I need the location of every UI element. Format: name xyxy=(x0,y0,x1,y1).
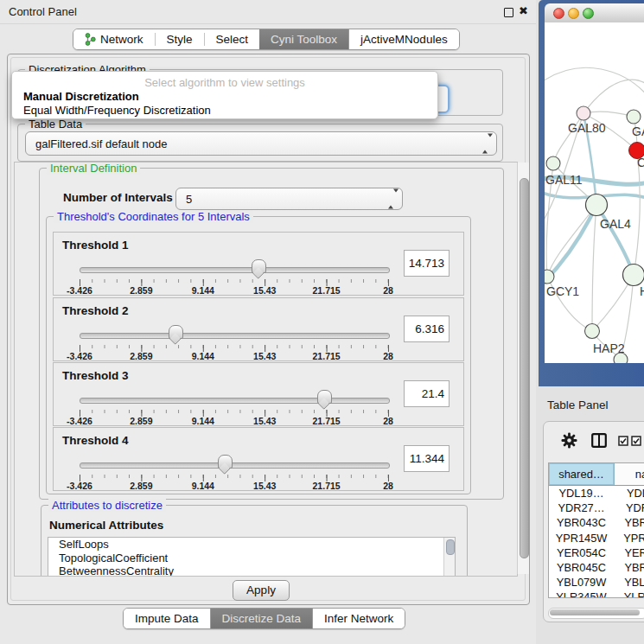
control-panel-tabs: Network Style Select Cyni Toolbox jActiv… xyxy=(73,29,460,50)
settings-scroll-area: Interval Definition Number of Intervals … xyxy=(14,162,518,577)
slider-track[interactable] xyxy=(80,398,390,404)
node-gal80[interactable] xyxy=(577,106,590,120)
threshold-value-field[interactable]: 6.316 xyxy=(404,316,450,342)
group-title: Attributes to discretize xyxy=(48,499,166,512)
spinner-arrows-icon xyxy=(388,193,394,206)
column-header-shared-name[interactable]: shared… xyxy=(549,463,615,485)
scrollbar-thumb[interactable] xyxy=(550,609,640,615)
mac-minimize-button[interactable] xyxy=(568,8,579,19)
network-view-window: GAL80 GA GAL11 C GAL4 GCY1 H HAP2 xyxy=(539,0,644,386)
node-hap2[interactable] xyxy=(585,324,600,339)
tab-impute-data[interactable]: Impute Data xyxy=(124,609,210,628)
slider-scale-labels: -3.4262.8599.14415.4321.71528 xyxy=(80,416,388,426)
split-columns-icon[interactable] xyxy=(591,433,607,448)
num-intervals-label: Number of Intervals xyxy=(63,191,173,204)
group-title: Threshold's Coordinates for 5 Intervals xyxy=(54,210,253,223)
slider-handle[interactable] xyxy=(317,390,332,404)
slider-handle[interactable] xyxy=(252,259,266,273)
table-header-row: shared… name xyxy=(549,463,644,486)
screen: Control Panel ✖ Network Style Select Cyn… xyxy=(0,0,644,644)
table-row[interactable]: YPR145WYPR145W xyxy=(549,531,644,545)
table-row[interactable]: YER054CYER054C xyxy=(549,545,644,560)
threshold-value-field[interactable]: 21.4 xyxy=(404,380,450,407)
table-data-combo[interactable]: galFiltered.sif default node xyxy=(25,131,497,156)
tab-infer-network[interactable]: Infer Network xyxy=(313,609,405,628)
threshold-label: Threshold 2 xyxy=(62,304,129,317)
numerical-attributes-list: SelfLoops TopologicalCoefficient Between… xyxy=(48,537,456,577)
threshold-4-slider[interactable]: -3.4262.8599.14415.4321.71528 xyxy=(80,454,388,488)
threshold-1-slider[interactable]: -3.4262.8599.14415.4321.71528 xyxy=(80,258,388,293)
table-row[interactable]: YBR043CYBR043C xyxy=(549,515,644,530)
gear-icon[interactable] xyxy=(561,432,577,449)
checkbox-checked-icon[interactable] xyxy=(631,436,641,446)
tab-network[interactable]: Network xyxy=(73,29,155,49)
tab-jactivemnodules[interactable]: jActiveMNodules xyxy=(349,29,459,49)
node-clipped-top-right[interactable] xyxy=(627,110,641,124)
threshold-1-panel: Threshold 1 -3.4262.8599.14415.4321.7152… xyxy=(53,232,464,296)
list-item[interactable]: TopologicalCoefficient xyxy=(48,552,455,565)
threshold-2-panel: Threshold 2 -3.4262.8599.14415.4321.7152… xyxy=(53,297,464,361)
threshold-4-panel: Threshold 4 -3.4262.8599.14415.4321.7152… xyxy=(53,427,464,491)
network-canvas[interactable]: GAL80 GA GAL11 C GAL4 GCY1 H HAP2 xyxy=(545,22,644,363)
table-toolbar xyxy=(544,432,644,453)
node-label: GCY1 xyxy=(546,284,579,298)
tab-discretize-data[interactable]: Discretize Data xyxy=(211,609,313,628)
table-panel-title: Table Panel xyxy=(547,399,609,411)
spinner-arrows-icon xyxy=(482,137,488,150)
threshold-label: Threshold 4 xyxy=(62,434,129,447)
control-panel-titlebar: Control Panel ✖ xyxy=(0,0,536,24)
node-label: HAP2 xyxy=(593,341,625,355)
main-scrollbar[interactable] xyxy=(517,163,529,574)
node-label: H xyxy=(640,284,644,298)
threshold-label: Threshold 1 xyxy=(62,239,129,252)
slider-track[interactable] xyxy=(80,462,390,469)
mac-zoom-button[interactable] xyxy=(583,8,594,19)
threshold-3-slider[interactable]: -3.4262.8599.14415.4321.71528 xyxy=(80,389,388,424)
table-row[interactable]: YLR345WYLR345W xyxy=(549,590,644,598)
node-gcy1[interactable] xyxy=(545,270,554,284)
close-icon[interactable]: ✖ xyxy=(519,4,528,17)
dropdown-option-equal-width[interactable]: Equal Width/Frequency Discretization xyxy=(23,104,211,117)
apply-button[interactable]: Apply xyxy=(233,580,290,601)
slider-scale-labels: -3.4262.8599.14415.4321.71528 xyxy=(80,285,388,296)
group-title: Interval Definition xyxy=(47,162,140,175)
mac-close-button[interactable] xyxy=(553,8,564,19)
slider-track[interactable] xyxy=(80,333,390,339)
slider-track[interactable] xyxy=(80,267,390,273)
threshold-value-field[interactable]: 11.344 xyxy=(404,445,450,472)
table-row[interactable]: YBR045CYBR045C xyxy=(549,560,644,575)
list-item[interactable]: BetweennessCentrality xyxy=(48,564,455,577)
table-row[interactable]: YBL079WYBL079W xyxy=(549,575,644,590)
threshold-label: Threshold 3 xyxy=(62,369,129,382)
node-label: GAL80 xyxy=(568,121,606,135)
threshold-2-slider[interactable]: -3.4262.8599.14415.4321.71528 xyxy=(80,324,388,359)
column-header-name[interactable]: name xyxy=(615,463,644,485)
tab-cyni-toolbox[interactable]: Cyni Toolbox xyxy=(259,29,348,49)
list-item[interactable]: SelfLoops xyxy=(48,538,455,552)
table-panel: shared… name YDL19…YDL19… YDR27…YDR27… Y… xyxy=(543,421,644,622)
num-intervals-combo[interactable]: 5 xyxy=(175,188,403,210)
tab-select[interactable]: Select xyxy=(205,29,260,49)
float-window-icon[interactable] xyxy=(504,8,513,17)
node-gal4[interactable] xyxy=(586,194,608,216)
node-attribute-table: shared… name YDL19…YDL19… YDR27…YDR27… Y… xyxy=(548,462,644,598)
group-title: Table Data xyxy=(25,118,86,131)
table-horizontal-scrollbar[interactable] xyxy=(548,608,644,619)
table-row[interactable]: YDR27…YDR27… xyxy=(549,501,644,515)
node-clipped-right[interactable] xyxy=(623,265,644,286)
slider-handle[interactable] xyxy=(218,455,233,469)
network-window-titlebar[interactable] xyxy=(545,3,644,23)
threshold-value-field[interactable]: 14.713 xyxy=(404,250,450,277)
threshold-3-panel: Threshold 3 -3.4262.8599.14415.4321.7152… xyxy=(53,362,464,426)
tab-style[interactable]: Style xyxy=(156,29,204,49)
network-icon xyxy=(85,33,96,46)
slider-handle[interactable] xyxy=(169,325,183,339)
dropdown-option-manual[interactable]: Manual Discretization xyxy=(23,90,139,103)
node-gal11[interactable] xyxy=(546,156,560,170)
checkbox-checked-icon[interactable] xyxy=(618,436,628,446)
scrollbar-thumb[interactable] xyxy=(520,178,529,558)
slider-scale-labels: -3.4262.8599.14415.4321.71528 xyxy=(80,481,388,491)
list-scrollbar[interactable] xyxy=(443,538,455,577)
panel-title: Control Panel xyxy=(9,5,77,18)
table-row[interactable]: YDL19…YDL19… xyxy=(549,486,644,501)
